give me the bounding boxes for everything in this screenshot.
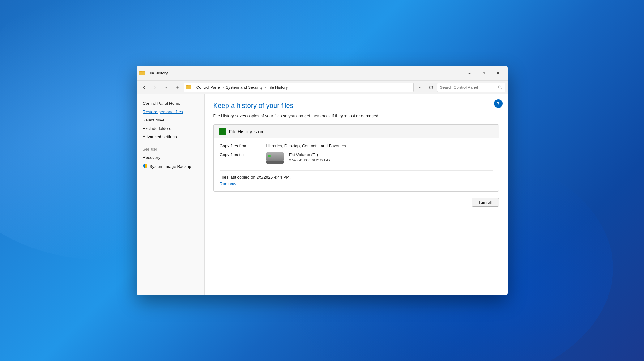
minimize-button[interactable]: − [463,68,477,78]
address-bar[interactable]: › Control Panel › System and Security › … [184,83,414,92]
svg-rect-4 [186,86,191,89]
drive-details: Ext Volume (E:) 574 GB free of 698 GB [289,152,330,162]
window-title: File History [148,71,463,75]
maximize-button[interactable]: □ [477,68,491,78]
shield-icon [143,164,148,169]
drive-space: 574 GB free of 698 GB [289,158,330,162]
close-button[interactable]: ✕ [491,68,505,78]
run-now-link[interactable]: Run now [220,181,236,186]
system-image-backup-label: System Image Backup [150,164,191,169]
copy-to-label: Copy files to: [220,152,266,166]
search-icon [498,85,502,90]
dropdown-button[interactable] [161,83,171,92]
page-description: File History saves copies of your files … [213,113,499,118]
sidebar-item-restore-personal-files[interactable]: Restore personal files [137,108,204,116]
drive-base [266,161,284,164]
status-box: File History is on Copy files from: Libr… [213,124,499,192]
svg-rect-5 [186,85,188,86]
drive-body [266,152,284,161]
action-row: Turn off [213,198,499,207]
copy-from-value: Libraries, Desktop, Contacts, and Favori… [266,143,346,148]
refresh-button[interactable] [426,83,436,92]
window-icon [139,70,145,76]
search-input[interactable] [440,85,498,90]
copy-from-label: Copy files from: [220,143,266,148]
svg-rect-1 [139,72,145,75]
copy-from-row: Copy files from: Libraries, Desktop, Con… [220,143,493,148]
sidebar: Control Panel Home Restore personal file… [137,94,205,295]
see-also-label: See also [137,141,204,153]
address-separator-3: › [264,85,266,90]
address-separator-2: › [223,85,224,90]
forward-button[interactable] [150,83,160,92]
drive-name: Ext Volume (E:) [289,152,330,157]
address-separator-1: › [193,85,194,90]
status-body: Copy files from: Libraries, Desktop, Con… [214,138,499,191]
main-content: ? Keep a history of your files File Hist… [205,94,508,295]
sidebar-item-system-image-backup[interactable]: System Image Backup [137,162,204,171]
status-header: File History is on [214,125,499,138]
sidebar-item-recovery[interactable]: Recovery [137,153,204,162]
content-area: Control Panel Home Restore personal file… [137,94,508,295]
svg-point-6 [498,86,501,88]
sidebar-item-advanced-settings[interactable]: Advanced settings [137,133,204,141]
title-bar: File History − □ ✕ [137,66,508,81]
address-system-security[interactable]: System and Security [226,85,262,90]
status-title: File History is on [229,129,263,134]
turn-off-button[interactable]: Turn off [472,198,499,207]
drive-info: Ext Volume (E:) 574 GB free of 698 GB [266,152,330,166]
file-history-window: File History − □ ✕ [137,66,508,295]
search-box[interactable] [437,83,505,92]
last-copied-text: Files last copied on 2/5/2025 4:44 PM. [220,175,493,180]
address-folder-icon [186,84,191,90]
drive-icon [266,152,285,166]
svg-rect-2 [140,71,142,72]
back-button[interactable] [139,83,149,92]
copy-to-row: Copy files to: Ext Volume (E:) 574 GB fr… [220,152,493,166]
help-button[interactable]: ? [494,99,503,108]
address-control-panel[interactable]: Control Panel [196,85,221,90]
sidebar-item-select-drive[interactable]: Select drive [137,116,204,124]
address-file-history[interactable]: File History [268,85,288,90]
up-button[interactable] [173,83,182,92]
sidebar-item-control-panel-home[interactable]: Control Panel Home [137,99,204,108]
window-controls: − □ ✕ [463,68,505,78]
page-title: Keep a history of your files [213,102,499,110]
copy-info: Files last copied on 2/5/2025 4:44 PM. R… [220,170,493,186]
nav-bar: › Control Panel › System and Security › … [137,81,508,94]
sidebar-item-exclude-folders[interactable]: Exclude folders [137,124,204,133]
address-dropdown-button[interactable] [415,83,425,92]
status-indicator [219,128,226,135]
